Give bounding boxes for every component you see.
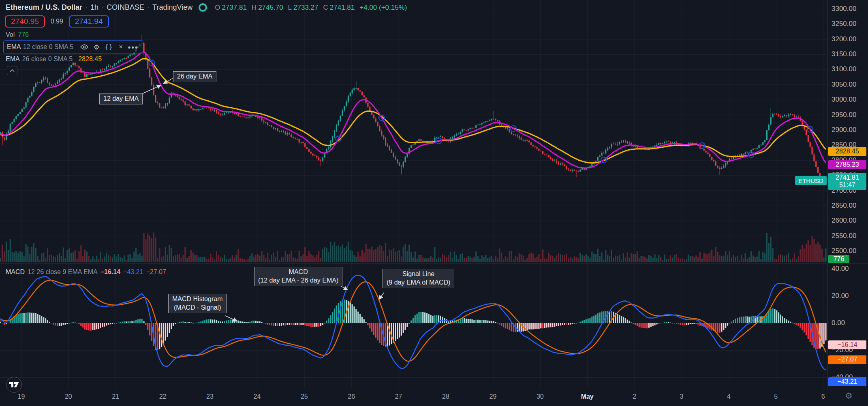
ema26-title: EMA (6, 55, 20, 63)
axis-tick-label: 3050.00 (832, 81, 856, 89)
source-code-braces-icon[interactable]: { } (103, 42, 115, 52)
market-status-dot-icon (199, 3, 207, 12)
remove-indicator-icon[interactable]: × (115, 42, 127, 52)
volume-badge: 776 (828, 255, 849, 263)
axis-tick-label: 2900.00 (832, 126, 856, 134)
time-tick-label: 4 (727, 393, 731, 400)
symbol-tag-badge: ETHUSD (795, 176, 827, 185)
interval-label[interactable]: 1h (90, 3, 98, 12)
visibility-eye-icon[interactable] (78, 42, 90, 52)
macd-line-value: −43.21 (123, 268, 143, 276)
ema12-price-badge: 2785.23 (828, 160, 866, 169)
volume-legend[interactable]: Vol 776 (6, 31, 29, 38)
time-tick-label: May (581, 393, 594, 400)
axis-tick-label: 3100.00 (832, 65, 856, 73)
macd-badge: −16.14 (828, 340, 866, 349)
macd-histogram-value: −16.14 (100, 268, 120, 276)
chart-canvas[interactable] (0, 0, 868, 406)
macd-badge: −27.07 (828, 355, 866, 364)
axis-tick-label: 3150.00 (832, 50, 856, 58)
collapse-legend-button[interactable] (7, 66, 17, 75)
ema26-price-badge: 2828.45 (828, 147, 866, 156)
axis-tick-label: 3200.00 (832, 35, 856, 43)
volume-label: Vol (6, 31, 15, 38)
callout-26-day-ema[interactable]: 26 day EMA (173, 71, 216, 82)
macd-title: MACD (6, 268, 25, 276)
ohlc-readout: O2737.81 H2745.70 L2733.27 C2741.81 +4.0… (215, 4, 407, 12)
callout-12-day-ema[interactable]: 12 day EMA (99, 94, 143, 104)
time-tick-label: 21 (112, 393, 119, 400)
axis-tick-label: 2550.00 (832, 232, 856, 240)
ema26-params: 26 close 0 SMA 5 (22, 55, 73, 63)
buy-button[interactable]: 2741.94 (69, 15, 109, 28)
callout-macd-line[interactable]: MACD (12 day EMA - 26 day EMA) (254, 267, 342, 286)
high-value: 2745.70 (258, 4, 283, 12)
time-tick-label: 22 (159, 393, 167, 400)
time-tick-label: 28 (442, 393, 449, 400)
callout-macd-histogram[interactable]: MACD Histogram (MACD - Signal) (168, 294, 227, 313)
axis-tick-label: 2650.00 (832, 202, 856, 210)
close-value: 2741.81 (330, 4, 355, 12)
macd-badge: −43.21 (828, 377, 866, 386)
indicator-row-macd[interactable]: MACD 12 26 close 9 EMA EMA −16.14 −43.21… (6, 268, 166, 276)
axis-tick-label: 2600.00 (832, 217, 856, 225)
time-tick-label: 25 (301, 393, 308, 400)
indicator-row-ema26[interactable]: EMA 26 close 0 SMA 5 2828.45 (6, 55, 102, 63)
axis-tick-label: 3300.00 (832, 5, 856, 13)
time-tick-label: 26 (348, 393, 355, 400)
time-tick-label: 19 (17, 393, 25, 400)
macd-signal-value: −27.07 (146, 268, 166, 276)
platform-label[interactable]: TradingView (152, 3, 192, 12)
axis-tick-label: 20.00 (832, 292, 849, 300)
volume-value: 776 (18, 31, 29, 38)
time-tick-label: 24 (253, 393, 261, 400)
time-tick-label: 5 (774, 393, 778, 400)
bid-ask-row: 2740.95 0.99 2741.94 (5, 15, 109, 28)
macd-params: 12 26 close 9 EMA EMA (28, 268, 98, 276)
spread-value: 0.99 (51, 18, 63, 25)
time-tick-label: 23 (206, 393, 214, 400)
low-value: 2733.27 (293, 4, 318, 12)
ema26-value: 2828.45 (78, 55, 102, 63)
axis-tick-label: 2950.00 (832, 111, 856, 119)
callout-signal-line[interactable]: Signal Line (9 day EMA of MACD) (383, 269, 454, 288)
chart-legend: Ethereum / U.S. Dollar · 1h · COINBASE ·… (6, 3, 407, 12)
open-value: 2737.81 (222, 4, 246, 12)
exchange-label[interactable]: COINBASE (107, 3, 144, 12)
ema12-title: EMA (7, 43, 21, 51)
axis-tick-label: 40.00 (832, 265, 849, 273)
sell-button[interactable]: 2740.95 (5, 15, 45, 28)
symbol-title[interactable]: Ethereum / U.S. Dollar (6, 3, 82, 12)
indicator-row-ema12[interactable]: EMA 12 close 0 SMA 5 ⚙ { } × ●●● (3, 40, 143, 53)
last-price-badge: 2741.8151:47 (828, 173, 866, 190)
time-tick-label: 30 (537, 393, 544, 400)
time-tick-label: 27 (395, 393, 402, 400)
axis-tick-label: 0.00 (832, 319, 845, 327)
time-tick-label: 29 (489, 393, 496, 400)
timezone-settings-icon[interactable]: ⚙ (845, 391, 853, 401)
settings-gear-icon[interactable]: ⚙ (90, 42, 103, 52)
tradingview-chart-widget: Ethereum / U.S. Dollar · 1h · COINBASE ·… (0, 0, 868, 406)
axis-tick-label: 2500.00 (832, 247, 856, 255)
time-tick-label: 3 (680, 393, 684, 400)
more-options-icon[interactable]: ●●● (127, 42, 139, 52)
time-tick-label: 2 (633, 393, 636, 400)
ema12-params: 12 close 0 SMA 5 (23, 43, 74, 51)
change-value: +4.00 (+0.15%) (359, 4, 407, 12)
time-tick-label: 20 (65, 393, 72, 400)
tradingview-logo[interactable] (6, 377, 22, 393)
axis-tick-label: 3000.00 (832, 96, 856, 104)
tv-logo-glyph (9, 382, 19, 388)
time-tick-label: 6 (821, 393, 825, 400)
axis-tick-label: 3250.00 (832, 20, 856, 28)
